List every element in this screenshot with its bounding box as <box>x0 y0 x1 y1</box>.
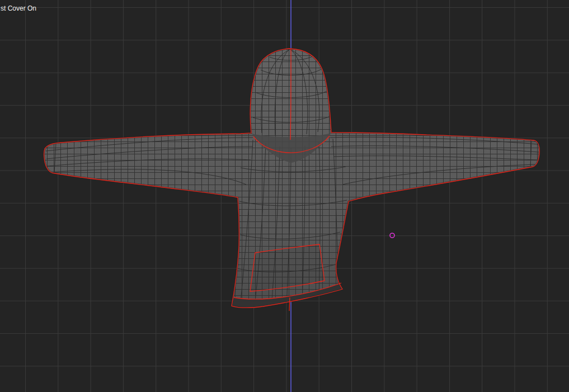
viewport-canvas[interactable] <box>0 0 569 392</box>
3d-viewport[interactable]: st Cover On <box>0 0 569 392</box>
viewport-overlay-text: st Cover On <box>1 4 36 12</box>
